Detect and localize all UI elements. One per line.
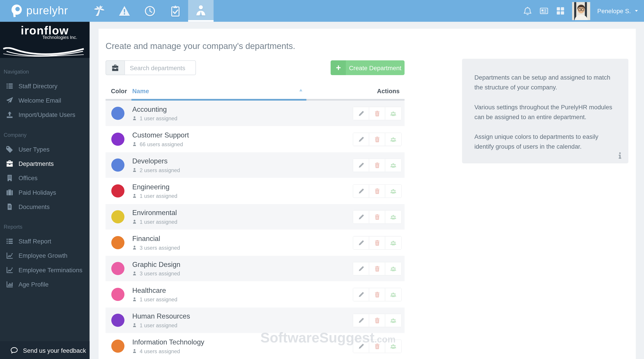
avatar[interactable]: [572, 2, 590, 20]
delete-department-button[interactable]: [369, 133, 385, 146]
delete-department-button[interactable]: [369, 262, 385, 275]
topbar-right: Penelope S.: [523, 0, 644, 22]
comment-icon: [10, 346, 18, 354]
grid-icon[interactable]: [556, 6, 565, 16]
delete-department-button[interactable]: [369, 107, 385, 120]
delete-department-button[interactable]: [369, 314, 385, 326]
info-icon[interactable]: [617, 152, 623, 160]
sidebar-item-user-types[interactable]: User Types: [4, 142, 90, 156]
user-icon: [132, 219, 137, 224]
newspaper-icon[interactable]: [539, 6, 549, 16]
assign-users-button[interactable]: [385, 133, 402, 146]
user-menu[interactable]: Penelope S.: [597, 8, 639, 14]
sidebar-item-welcome-email[interactable]: Welcome Email: [4, 93, 90, 108]
row-actions: [353, 107, 402, 120]
section-label: Reports: [4, 224, 90, 230]
assign-users-button[interactable]: [385, 340, 402, 352]
sidebar-item-staff-directory[interactable]: Staff Directory: [4, 79, 90, 93]
trash-icon: [374, 214, 380, 220]
feedback-button[interactable]: Send us your feedback: [0, 341, 90, 359]
edit-department-button[interactable]: [353, 340, 370, 352]
assign-users-button[interactable]: [385, 107, 402, 120]
assign-users-button[interactable]: [385, 159, 402, 172]
assign-users-button[interactable]: [385, 210, 402, 223]
plus-segment: [331, 60, 346, 75]
line-chart-icon: [6, 266, 13, 274]
delete-department-button[interactable]: [369, 210, 385, 223]
line-chart-icon: [6, 252, 13, 259]
edit-department-button[interactable]: [353, 210, 370, 223]
edit-department-button[interactable]: [353, 159, 370, 172]
bell-icon[interactable]: [523, 6, 532, 16]
sidebar-item-age-profile[interactable]: Age Profile: [4, 277, 90, 292]
brand-logo[interactable]: purelyhr: [0, 0, 86, 22]
edit-department-button[interactable]: [353, 314, 370, 326]
edit-department-button[interactable]: [353, 288, 370, 301]
table-row: Information Technology4 users assigned: [106, 333, 404, 359]
table-header: Color Name Actions: [106, 88, 404, 100]
page-title: Create and manage your company's departm…: [106, 41, 636, 51]
pencil-icon: [358, 343, 364, 350]
department-color-swatch: [111, 236, 124, 249]
department-name: Human Resources: [132, 312, 190, 320]
edit-department-button[interactable]: [353, 133, 370, 146]
tab-clipboard-check[interactable]: [162, 0, 188, 22]
sidebar-item-staff-report[interactable]: Staff Report: [4, 234, 90, 248]
department-name: Graphic Design: [132, 260, 180, 269]
assign-users-button[interactable]: [385, 288, 402, 301]
tab-warning-triangle[interactable]: [112, 0, 137, 22]
trash-icon: [374, 317, 380, 324]
delete-department-button[interactable]: [369, 288, 385, 301]
row-actions: [353, 158, 402, 172]
sidebar-item-label: Welcome Email: [18, 97, 61, 104]
tab-person-suit[interactable]: [188, 0, 214, 22]
edit-department-button[interactable]: [353, 185, 370, 198]
edit-department-button[interactable]: [353, 107, 370, 120]
sidebar-item-departments[interactable]: Departments: [4, 156, 90, 171]
users-assigned-label: 1 user assigned: [140, 115, 177, 122]
tab-palm-tree[interactable]: [86, 0, 112, 22]
assign-users-button[interactable]: [385, 185, 402, 198]
users-assigned-label: 2 users assigned: [140, 167, 180, 173]
department-color-swatch: [111, 314, 124, 327]
department-color-swatch: [111, 210, 124, 223]
sidebar-item-label: Documents: [18, 203, 50, 210]
assign-users-button[interactable]: [385, 314, 402, 326]
create-department-button[interactable]: Create Department: [331, 60, 405, 75]
delete-department-button[interactable]: [369, 236, 385, 249]
sidebar-item-documents[interactable]: Documents: [4, 200, 90, 214]
sidebar-item-paid-holidays[interactable]: Paid Holidays: [4, 185, 90, 200]
delete-department-button[interactable]: [369, 340, 385, 352]
plus-icon: [336, 65, 341, 71]
users-assigned-label: 1 user assigned: [140, 322, 177, 328]
assign-users-button[interactable]: [385, 236, 402, 249]
users-assigned: 4 users assigned: [132, 348, 204, 354]
sidebar-item-employee-terminations[interactable]: Employee Terminations: [4, 263, 90, 277]
clock-icon: [144, 5, 156, 16]
users-assigned-label: 1 user assigned: [140, 296, 177, 302]
sidebar-item-offices[interactable]: Offices: [4, 171, 90, 185]
delete-department-button[interactable]: [369, 159, 385, 172]
table-row: Accounting1 user assigned: [106, 100, 404, 126]
department-info: Engineering1 user assigned: [132, 183, 177, 199]
user-icon: [132, 142, 137, 147]
users-icon: [390, 214, 396, 220]
department-color-swatch: [111, 132, 124, 146]
column-header-color: Color: [106, 88, 132, 94]
table-row: Graphic Design3 users assigned: [106, 256, 404, 281]
sidebar-item-label: Age Profile: [18, 281, 49, 288]
assign-users-button[interactable]: [385, 262, 402, 275]
column-header-name[interactable]: Name: [132, 88, 149, 94]
sidebar-item-employee-growth[interactable]: Employee Growth: [4, 248, 90, 263]
sidebar-item-import-update-users[interactable]: Import/Update Users: [4, 108, 90, 122]
tab-clock[interactable]: [137, 0, 162, 22]
list-icon: [6, 238, 13, 244]
search-input[interactable]: [124, 60, 196, 75]
section-label: Company: [4, 132, 90, 138]
topbar-tabs: [86, 0, 214, 22]
delete-department-button[interactable]: [369, 185, 385, 198]
users-assigned-label: 4 users assigned: [140, 348, 180, 354]
edit-department-button[interactable]: [353, 262, 370, 275]
row-actions: [353, 132, 402, 146]
edit-department-button[interactable]: [353, 236, 370, 249]
